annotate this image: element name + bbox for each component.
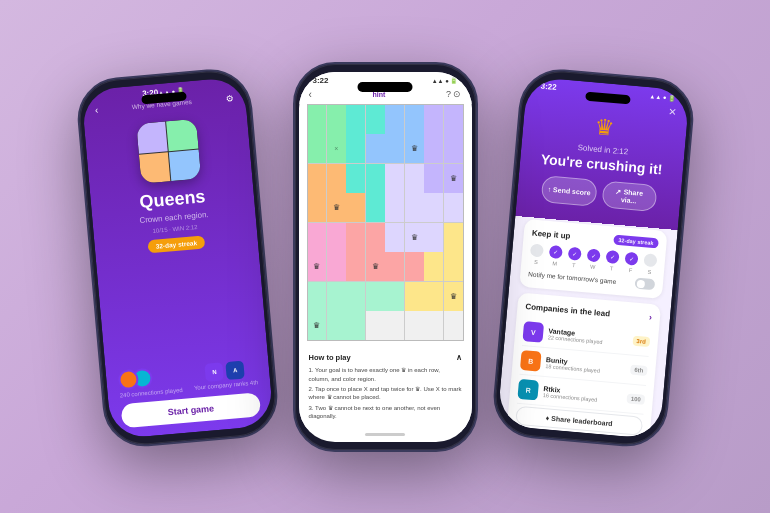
cell-1-4[interactable] <box>385 134 404 163</box>
cell-3-2[interactable] <box>346 193 365 222</box>
game-board[interactable] <box>307 104 464 342</box>
cell-5-3[interactable] <box>366 252 385 281</box>
cell-2-4[interactable] <box>385 164 404 193</box>
cell-0-7[interactable] <box>444 105 463 134</box>
cell-1-6[interactable] <box>424 134 443 163</box>
cell-7-7[interactable] <box>444 311 463 340</box>
cell-3-7[interactable] <box>444 193 463 222</box>
cell-3-6[interactable] <box>424 193 443 222</box>
keep-up-card: Keep it up 32-day streak S ✓ M <box>519 218 667 298</box>
cell-2-7[interactable] <box>444 164 463 193</box>
gear-icon[interactable]: ⚙ <box>224 92 233 103</box>
cell-5-4[interactable] <box>385 252 404 281</box>
cell-1-0[interactable] <box>308 134 327 163</box>
back-arrow-2[interactable]: ‹ <box>309 89 312 100</box>
results-screen: 3:22 ▲▲ ● 🔋 ✕ ♛ Solved in 2:12 You're cr… <box>497 76 690 439</box>
game-icons: ? ⊙ <box>446 89 462 99</box>
cell-4-5[interactable] <box>405 223 424 252</box>
cell-7-4[interactable] <box>385 311 404 340</box>
queens-screen: 3:20 ▲▲ ● 🔋 ‹ Why we have games ⚙ Queens… <box>81 76 274 439</box>
cell-3-5[interactable] <box>405 193 424 222</box>
cell-0-4[interactable] <box>385 105 404 134</box>
cell-7-6[interactable] <box>424 311 443 340</box>
cell-1-2[interactable] <box>346 134 365 163</box>
cell-5-7[interactable] <box>444 252 463 281</box>
cell-7-1[interactable] <box>327 311 346 340</box>
cell-6-1[interactable] <box>327 282 346 311</box>
cell-1-1[interactable] <box>327 134 346 163</box>
cell-3-0[interactable] <box>308 193 327 222</box>
cell-4-0[interactable] <box>308 223 327 252</box>
cell-5-2[interactable] <box>346 252 365 281</box>
companies-title: Companies in the lead <box>525 301 610 317</box>
cell-7-5[interactable] <box>405 311 424 340</box>
start-game-button[interactable]: Start game <box>120 392 261 428</box>
cell-1-5[interactable] <box>405 134 424 163</box>
cell-6-2[interactable] <box>346 282 365 311</box>
cell-4-7[interactable] <box>444 223 463 252</box>
dynamic-island-2 <box>358 82 413 92</box>
notify-toggle[interactable] <box>634 277 655 290</box>
send-score-button[interactable]: ↑ Send score <box>541 175 597 207</box>
cell-0-5[interactable] <box>405 105 424 134</box>
day-t1: ✓ T <box>567 246 582 268</box>
company-logo-1: N <box>204 362 224 382</box>
back-arrow-1[interactable]: ‹ <box>94 104 98 115</box>
cell-0-6[interactable] <box>424 105 443 134</box>
phone-results: 3:22 ▲▲ ● 🔋 ✕ ♛ Solved in 2:12 You're cr… <box>490 65 697 449</box>
cell-7-3[interactable] <box>366 311 385 340</box>
avatar-group <box>117 367 153 390</box>
cell-4-3[interactable] <box>366 223 385 252</box>
cell-1-3[interactable] <box>366 134 385 163</box>
collapse-icon[interactable]: ∧ <box>456 353 462 362</box>
cell-5-6[interactable] <box>424 252 443 281</box>
cell-2-1[interactable] <box>327 164 346 193</box>
day-t2: ✓ T <box>604 249 619 271</box>
cell-2-2[interactable] <box>346 164 365 193</box>
company-rank-rtkix: 100 <box>626 393 645 405</box>
action-buttons: ↑ Send score ↗ Share via... <box>529 174 669 213</box>
queens-meta: 10/15 · WIN 2:12 <box>152 224 197 234</box>
cell-4-1[interactable] <box>327 223 346 252</box>
cell-1-7[interactable] <box>444 134 463 163</box>
cell-5-5[interactable] <box>405 252 424 281</box>
share-via-button[interactable]: ↗ Share via... <box>600 180 656 212</box>
day-circle-f: ✓ <box>624 251 638 265</box>
cell-4-6[interactable] <box>424 223 443 252</box>
cell-0-2[interactable] <box>346 105 365 134</box>
results-hero: ♛ Solved in 2:12 You're crushing it! ↑ S… <box>515 104 687 224</box>
cell-4-4[interactable] <box>385 223 404 252</box>
cell-3-3[interactable] <box>366 193 385 222</box>
cell-5-0[interactable] <box>308 252 327 281</box>
company-logo-2: A <box>225 360 245 380</box>
cell-0-1[interactable] <box>327 105 346 134</box>
cell-6-3[interactable] <box>366 282 385 311</box>
cell-2-6[interactable] <box>424 164 443 193</box>
cell-3-1[interactable] <box>327 193 346 222</box>
cell-5-1[interactable] <box>327 252 346 281</box>
cell-6-0[interactable] <box>308 282 327 311</box>
companies-arrow-icon[interactable]: › <box>648 311 652 321</box>
hint-button[interactable]: hint <box>373 91 386 98</box>
cell-6-5[interactable] <box>405 282 424 311</box>
company-info-bunity: Bunity 18 connections played <box>545 355 626 375</box>
cell-6-6[interactable] <box>424 282 443 311</box>
cell-6-4[interactable] <box>385 282 404 311</box>
cell-2-5[interactable] <box>405 164 424 193</box>
cell-0-3[interactable] <box>366 105 385 134</box>
cell-0-0[interactable] <box>308 105 327 134</box>
cell-2-0[interactable] <box>308 164 327 193</box>
cell-3-4[interactable] <box>385 193 404 222</box>
cell-7-0[interactable] <box>308 311 327 340</box>
phone-game-screen: 3:22 ▲▲ ● 🔋 ‹ hint ? ⊙ <box>299 72 472 442</box>
company-rank-vantage: 3rd <box>632 335 650 346</box>
how-to-play: How to play ∧ 1. Your goal is to have ex… <box>299 347 472 428</box>
company-badge: N A Your company ranks 4th <box>191 359 258 391</box>
cell-6-7[interactable] <box>444 282 463 311</box>
cell-4-2[interactable] <box>346 223 365 252</box>
cell-7-2[interactable] <box>346 311 365 340</box>
day-f: ✓ F <box>623 251 638 273</box>
cell-2-3[interactable] <box>366 164 385 193</box>
phone-game: 3:22 ▲▲ ● 🔋 ‹ hint ? ⊙ <box>293 62 478 452</box>
close-button[interactable]: ✕ <box>667 105 676 117</box>
